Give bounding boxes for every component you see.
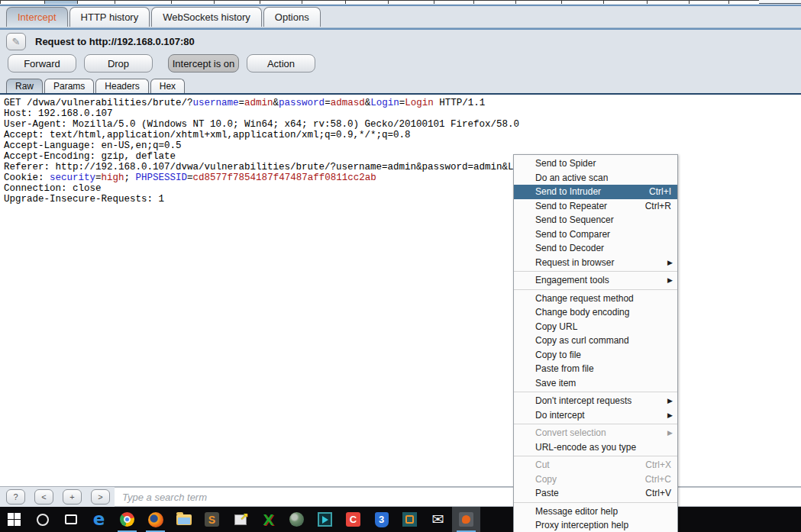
tab-websockets-history[interactable]: WebSockets history	[151, 7, 262, 27]
menu-item-label: Copy URL	[535, 321, 577, 332]
menu-item-change-request-method[interactable]: Change request method	[514, 292, 677, 306]
menu-item-do-intercept[interactable]: Do intercept▶	[514, 408, 677, 423]
tab-hex[interactable]: Hex	[150, 79, 185, 93]
main-tab-sliver[interactable]	[214, 0, 260, 4]
menu-item-label: URL-encode as you type	[535, 442, 636, 453]
main-tab-sliver[interactable]	[345, 0, 388, 4]
menu-item-label: Proxy interception help	[535, 520, 628, 530]
drop-button[interactable]: Drop	[84, 54, 153, 73]
main-tab-sliver[interactable]	[515, 0, 561, 4]
tab-raw[interactable]: Raw	[6, 79, 43, 93]
tab-options[interactable]: Options	[263, 7, 321, 27]
taskbar-burp-suite-icon[interactable]	[452, 507, 480, 532]
search-field	[115, 487, 801, 507]
request-line: Accept-Language: en-US,en;q=0.5	[4, 140, 801, 151]
menu-item-change-body-encoding[interactable]: Change body encoding	[514, 305, 677, 320]
menu-item-send-to-spider[interactable]: Send to Spider	[514, 156, 677, 171]
menu-shortcut: Ctrl+C	[645, 474, 671, 485]
menu-item-copy-to-file[interactable]: Copy to file	[514, 348, 677, 363]
taskbar-task-view-icon[interactable]	[57, 507, 85, 532]
taskbar-remote-desktop-icon[interactable]	[226, 507, 254, 532]
intercept-is-on-button[interactable]: Intercept is on	[168, 54, 239, 73]
search-input[interactable]	[115, 488, 801, 506]
main-tab-sliver[interactable]	[473, 0, 515, 4]
prev-button[interactable]: <	[34, 489, 53, 505]
taskbar-video-editor-icon[interactable]	[311, 507, 339, 532]
request-editor[interactable]: GET /dvwa/vulnerabilities/brute/?usernam…	[0, 95, 801, 486]
menu-item-do-an-active-scan[interactable]: Do an active scan	[514, 171, 677, 185]
menu-item-engagement-tools[interactable]: Engagement tools▶	[514, 273, 677, 288]
main-tab-sliver[interactable]	[260, 0, 302, 4]
taskbar-c-app-icon[interactable]: C	[339, 507, 367, 532]
menu-item-label: Convert selection	[535, 427, 606, 438]
request-line: Host: 192.168.0.107	[4, 108, 801, 119]
tab-params[interactable]: Params	[44, 79, 94, 93]
add-button[interactable]: +	[63, 489, 82, 505]
next-button[interactable]: >	[91, 489, 110, 505]
menu-item-send-to-sequencer[interactable]: Send to Sequencer	[514, 213, 677, 227]
taskbar-vmware-icon[interactable]	[396, 507, 424, 532]
taskbar-app-3-icon[interactable]: 3	[367, 507, 396, 532]
menu-shortcut: Ctrl+I	[649, 186, 671, 197]
menu-item-proxy-interception-help[interactable]: Proxy interception help	[514, 518, 677, 532]
main-tab-sliver[interactable]	[689, 0, 728, 4]
menu-separator	[514, 271, 677, 272]
submenu-arrow-icon: ▶	[667, 259, 673, 266]
taskbar-file-explorer-icon[interactable]	[170, 507, 198, 532]
main-tab-sliver[interactable]	[647, 0, 689, 4]
main-tab-sliver[interactable]	[728, 0, 759, 4]
taskbar-sublime-text-icon[interactable]: S	[198, 507, 226, 532]
taskbar-mail-icon[interactable]: ✉	[424, 507, 452, 532]
menu-item-label: Paste from file	[535, 363, 594, 374]
taskbar-chrome-icon[interactable]	[113, 507, 141, 532]
main-tabs-strip[interactable]	[0, 0, 801, 4]
menu-item-label: Send to Sequencer	[535, 214, 614, 225]
main-tab-sliver[interactable]	[77, 0, 115, 4]
request-text: GET /dvwa/vulnerabilities/brute/?usernam…	[0, 95, 801, 205]
menu-item-copy-url[interactable]: Copy URL	[514, 320, 677, 334]
menu-item-label: Send to Decoder	[535, 243, 604, 253]
menu-item-don-t-intercept-requests[interactable]: Don't intercept requests▶	[514, 394, 677, 408]
menu-item-request-in-browser[interactable]: Request in browser▶	[514, 256, 677, 270]
menu-separator	[514, 456, 677, 456]
main-tab-selected-sliver[interactable]	[44, 0, 77, 4]
menu-item-copy-as-curl-command[interactable]: Copy as curl command	[514, 334, 677, 348]
request-line: GET /dvwa/vulnerabilities/brute/?usernam…	[4, 98, 801, 108]
menu-item-paste[interactable]: PasteCtrl+V	[514, 486, 677, 501]
menu-item-save-item[interactable]: Save item	[514, 376, 677, 391]
taskbar-cortana-icon[interactable]	[28, 507, 57, 532]
menu-item-label: Cut	[535, 459, 550, 470]
windows-taskbar: eSXC3✉	[0, 507, 801, 532]
edit-request-button[interactable]: ✎	[6, 33, 26, 50]
main-tab-sliver[interactable]	[115, 0, 171, 4]
menu-item-send-to-decoder[interactable]: Send to Decoder	[514, 241, 677, 256]
main-tab-sliver[interactable]	[561, 0, 603, 4]
menu-item-send-to-intruder[interactable]: Send to IntruderCtrl+I	[514, 185, 677, 199]
request-line: Referer: http://192.168.0.107/dvwa/vulne…	[4, 162, 801, 172]
main-tab-sliver[interactable]	[434, 0, 473, 4]
main-tab-sliver[interactable]	[302, 0, 345, 4]
main-tab-sliver[interactable]	[603, 0, 647, 4]
forward-button[interactable]: Forward	[8, 54, 76, 73]
tab-headers[interactable]: Headers	[95, 79, 148, 93]
menu-item-send-to-comparer[interactable]: Send to Comparer	[514, 227, 677, 242]
taskbar-start-icon[interactable]	[0, 507, 28, 532]
proxy-subtab-bar: InterceptHTTP historyWebSockets historyO…	[6, 7, 321, 27]
main-tab-sliver[interactable]	[388, 0, 434, 4]
request-line: User-Agent: Mozilla/5.0 (Windows NT 10.0…	[4, 119, 801, 130]
tab-intercept[interactable]: Intercept	[6, 7, 68, 27]
menu-item-url-encode-as-you-type[interactable]: URL-encode as you type	[514, 440, 677, 455]
main-tab-sliver[interactable]	[0, 0, 44, 4]
taskbar-firefox-icon[interactable]	[141, 507, 170, 532]
main-tab-sliver[interactable]	[171, 0, 214, 4]
menu-item-message-editor-help[interactable]: Message editor help	[514, 505, 677, 519]
taskbar-globe-icon[interactable]	[283, 507, 311, 532]
menu-item-send-to-repeater[interactable]: Send to RepeaterCtrl+R	[514, 199, 677, 214]
action-button[interactable]: Action	[247, 54, 315, 73]
burp-suite-window: InterceptHTTP historyWebSockets historyO…	[0, 0, 801, 532]
taskbar-xming-icon[interactable]: X	[254, 507, 283, 532]
taskbar-edge-icon[interactable]: e	[85, 507, 113, 532]
tab-http-history[interactable]: HTTP history	[69, 7, 150, 27]
menu-item-paste-from-file[interactable]: Paste from file	[514, 362, 677, 376]
help-button[interactable]: ?	[6, 489, 25, 505]
